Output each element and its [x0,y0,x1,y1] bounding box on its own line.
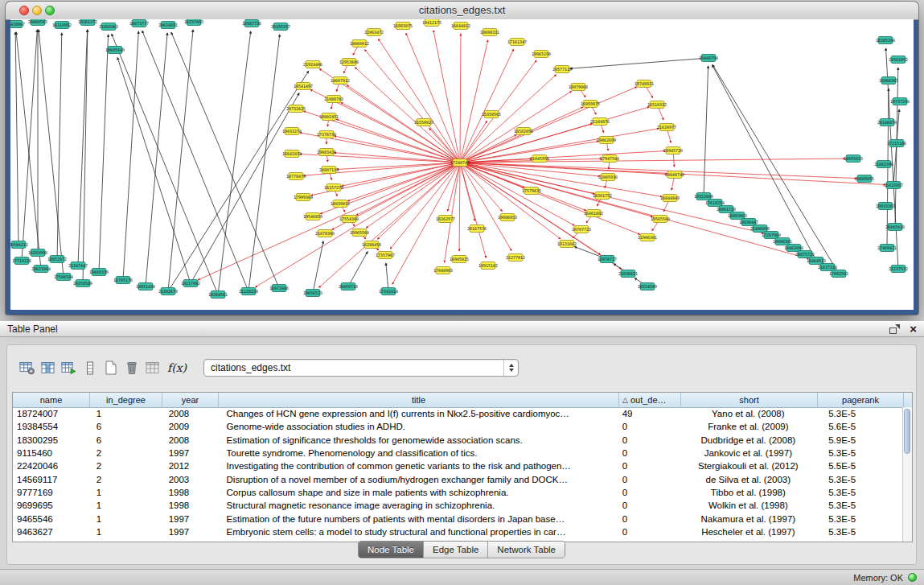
graph-node[interactable]: 20048749 [665,171,684,179]
row-options-button[interactable] [80,358,101,377]
graph-node[interactable]: 18852872 [47,256,67,263]
graph-node[interactable]: 19748921 [634,80,654,88]
graph-edge[interactable] [171,32,279,288]
table-cell[interactable]: Embryonic stem cells: a model to study s… [219,527,618,537]
graph-node[interactable]: 16644012 [451,23,470,30]
graph-edge[interactable] [348,252,368,286]
table-row[interactable]: 969969511998Structural magnetic resonanc… [13,499,902,512]
graph-node[interactable]: 16524509 [638,283,657,290]
graph-node[interactable]: 19086053 [498,214,517,221]
graph-node[interactable]: 19915162 [478,262,498,270]
table-cell[interactable]: 0 [618,422,680,431]
graph-node[interactable]: 19217082 [181,280,200,287]
graph-node[interactable]: 16983075 [393,23,413,30]
graph-node[interactable]: 16959975 [581,101,600,108]
graph-node[interactable]: 16705176 [113,277,133,284]
table-cell[interactable]: 9115460 [13,448,90,458]
table-cell[interactable]: Yano et al. (2008) [680,409,816,418]
table-cell[interactable]: 0 [618,488,680,497]
table-cell[interactable]: 2009 [162,422,219,431]
table-cell[interactable]: Wolkin et al. (1998) [680,501,816,510]
create-table-button[interactable] [101,358,121,377]
table-cell[interactable]: 1 [90,409,162,418]
table-cell[interactable]: 0 [618,435,680,445]
table-row[interactable]: 946554611997Estimation of the future num… [13,512,902,525]
graph-node[interactable]: 19565500 [651,216,670,223]
network-view[interactable]: 1724074318060012129536081460791221088703… [10,19,914,310]
graph-node[interactable]: 18385284 [876,37,895,44]
float-panel-icon[interactable] [889,324,900,334]
table-cell[interactable]: 18300295 [13,435,90,445]
tab-node-table[interactable]: Node Table [359,542,424,558]
graph-node[interactable]: 16055033 [844,155,863,163]
graph-edge[interactable] [445,163,460,262]
graph-edge[interactable] [460,163,511,250]
graph-edge[interactable] [123,31,138,280]
graph-node[interactable]: 18039032 [331,200,350,208]
graph-edge[interactable] [83,30,88,283]
table-cell[interactable]: Stergiakouli et al. (2012) [680,461,816,471]
table-cell[interactable]: 2 [90,475,162,484]
scrollbar-thumb[interactable] [904,409,910,454]
table-cell[interactable]: 1 [90,514,162,524]
graph-node[interactable]: 16288458 [362,241,381,249]
graph-node[interactable]: 17554300 [339,216,359,223]
graph-node[interactable]: 19131662 [557,241,577,248]
table-cell[interactable]: 49 [618,409,680,418]
table-cell[interactable]: 5.3E-5 [816,448,902,458]
table-cell[interactable]: 1997 [162,527,219,537]
column-header-pagerank[interactable]: pagerank [818,393,904,407]
graph-node[interactable]: 16319992 [52,22,72,29]
table-cell[interactable]: Tourette syndrome. Phenomenology and cla… [219,448,618,458]
table-cell[interactable]: 6 [90,435,162,445]
graph-node[interactable]: 22005930 [598,174,618,181]
graph-node[interactable]: 19965560 [350,229,369,237]
edit-columns-button[interactable] [59,358,80,377]
graph-node[interactable]: 21088703 [324,96,343,103]
graph-node[interactable]: 17999364 [294,194,313,201]
graph-node[interactable]: 19862699 [597,137,616,144]
graph-node[interactable]: 20807133 [319,167,339,174]
graph-node[interactable]: 16510332 [647,101,667,109]
table-cell[interactable]: Tibbo et al. (1998) [680,488,816,497]
graph-node[interactable]: 17048983 [433,267,453,274]
graph-node[interactable]: 16415887 [884,182,903,189]
graph-edge[interactable] [256,163,460,287]
graph-node[interactable]: 18079068 [569,84,588,91]
graph-node[interactable]: 16966387 [879,77,898,84]
table-cell[interactable]: 2008 [162,409,219,418]
graph-node[interactable]: 21392678 [158,288,178,295]
table-cell[interactable]: Estimation of the future numbers of pati… [219,514,618,524]
graph-node[interactable]: 16844849 [660,195,680,202]
graph-node[interactable]: 16461882 [584,210,603,217]
column-header-name[interactable]: name [13,393,90,407]
graph-node[interactable]: 18262977 [436,216,455,223]
graph-node[interactable]: 20860503 [28,19,47,26]
graph-node[interactable]: 18976727 [598,256,617,263]
graph-edge[interactable] [460,34,461,163]
tab-edge-table[interactable]: Edge Table [424,542,488,558]
graph-node[interactable]: 12953608 [339,59,359,66]
table-cell[interactable]: 1 [90,488,162,497]
graph-edge[interactable] [347,163,460,201]
graph-node[interactable]: 19965190 [532,51,551,58]
table-row[interactable]: 946362711997Embryonic stem cells: a mode… [13,525,902,538]
import-table-button[interactable] [142,358,163,377]
table-settings-button[interactable] [17,358,38,377]
table-cell[interactable]: 5.3E-5 [816,475,902,484]
network-canvas[interactable]: 1724074318060012129536081460791221088703… [10,19,914,310]
graph-node[interactable]: 20195357 [271,23,290,31]
table-row[interactable]: 1456911722003Disruption of a novel membe… [13,472,902,485]
graph-node[interactable]: 18384561 [208,291,228,299]
graph-node[interactable]: 21104876 [590,118,610,126]
graph-node[interactable]: 20732625 [286,105,306,113]
table-cell[interactable]: 2008 [162,435,219,445]
table-cell[interactable]: Disruption of a novel member of a sodium… [219,475,618,484]
combobox-stepper-icon[interactable] [503,360,518,376]
table-cell[interactable]: 5.3E-5 [816,488,902,497]
graph-node[interactable]: 21620977 [657,124,676,131]
graph-edge[interactable] [15,32,18,245]
table-cell[interactable]: de Silva et al. (2003) [680,475,816,484]
table-cell[interactable]: 9699695 [13,501,90,510]
graph-node[interactable]: 16872806 [269,285,289,292]
